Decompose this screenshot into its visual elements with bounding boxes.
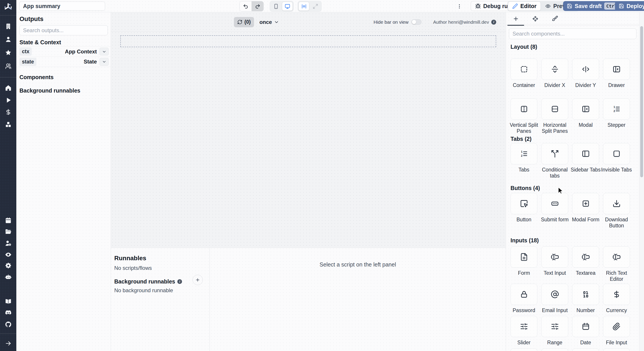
deploy-button[interactable]: Deploy xyxy=(615,1,644,11)
component-card-sidebar-tabs[interactable] xyxy=(572,143,599,164)
file-input-icon xyxy=(612,322,621,331)
ctx-expand-button[interactable] xyxy=(100,48,109,56)
component-card-divider-x[interactable] xyxy=(541,58,568,80)
components-tab-plus[interactable] xyxy=(506,12,526,25)
discord-icon xyxy=(5,309,12,316)
context-row-ctx[interactable]: ctx App Context xyxy=(16,46,111,56)
windmill-app-editor: Debug runs Editor Preview Save draft Ctr… xyxy=(0,0,644,351)
sidebar-item-user-cog[interactable] xyxy=(0,238,16,248)
app-canvas[interactable]: (0) once Hide bar on view Author henri@w… xyxy=(111,12,506,248)
sidebar-item-dollar[interactable] xyxy=(0,107,16,117)
component-card-slider[interactable] xyxy=(510,316,537,337)
component-card-currency[interactable] xyxy=(603,284,630,305)
sidebar-item-star[interactable] xyxy=(0,48,16,58)
bug-icon xyxy=(475,3,481,9)
search-components-input[interactable] xyxy=(509,28,636,39)
info-icon[interactable] xyxy=(177,279,182,284)
scrollbar-thumb[interactable] xyxy=(640,26,643,177)
components-tab-paintbrush[interactable] xyxy=(545,12,564,25)
modal-icon xyxy=(582,105,590,113)
component-card-clipped[interactable] xyxy=(541,348,568,351)
component-card-vertical-split-panes[interactable] xyxy=(510,98,537,120)
sidebar-item-play[interactable] xyxy=(0,95,16,105)
component-label: Range xyxy=(539,340,570,346)
empty-grid-placeholder[interactable] xyxy=(120,35,496,47)
sidebar-item-user[interactable] xyxy=(0,34,16,44)
sidebar-item-users[interactable] xyxy=(0,61,16,71)
components-panel-tabs xyxy=(506,12,639,25)
component-card-clipped[interactable] xyxy=(510,348,537,351)
undo-button[interactable] xyxy=(240,1,252,11)
sidebar-item-github[interactable] xyxy=(0,320,16,329)
more-menu-button[interactable] xyxy=(455,2,464,10)
component-card-range[interactable] xyxy=(541,316,568,337)
component-card-form[interactable] xyxy=(510,246,537,268)
sidebar-item-folder-open[interactable] xyxy=(0,227,16,236)
svg-text:1: 1 xyxy=(521,150,522,153)
component-card-email-input[interactable] xyxy=(541,284,568,305)
component-card-drawer[interactable] xyxy=(603,58,630,80)
chevron-down-icon xyxy=(274,20,279,24)
component-card-container[interactable] xyxy=(510,58,537,80)
cubes-icon xyxy=(5,121,12,128)
component-card-password[interactable] xyxy=(510,284,537,305)
sidebar-item-discord[interactable] xyxy=(0,308,16,318)
component-card-date[interactable] xyxy=(572,316,599,337)
info-icon[interactable] xyxy=(491,20,496,24)
component-label: Vertical Split Panes xyxy=(508,122,540,134)
component-card-file-input[interactable] xyxy=(603,316,630,337)
tab-editor[interactable]: Editor xyxy=(508,2,541,11)
mobile-view-button[interactable] xyxy=(270,2,281,11)
components-tab-component[interactable] xyxy=(526,12,545,25)
component-card-download-button[interactable] xyxy=(603,193,630,214)
component-card-divider-y[interactable] xyxy=(572,58,599,80)
sidebar-item-bot[interactable] xyxy=(0,272,16,282)
component-card-clipped[interactable] xyxy=(603,348,630,351)
state-expand-button[interactable] xyxy=(100,58,109,66)
component-card-stepper[interactable]: 12 xyxy=(603,98,630,120)
sidebar-item-calendar[interactable] xyxy=(0,216,16,225)
component-label: Currency xyxy=(601,308,632,314)
rail-divider xyxy=(0,334,16,334)
outputs-panel: Outputs State & Context ctx App Context … xyxy=(16,12,111,351)
redo-button[interactable] xyxy=(252,1,264,11)
component-card-modal[interactable] xyxy=(572,98,599,120)
desktop-view-button[interactable] xyxy=(282,2,293,11)
component-card-number[interactable] xyxy=(572,284,599,305)
context-row-state[interactable]: state State xyxy=(16,56,111,67)
component-card-horizontal-split-panes[interactable] xyxy=(541,98,568,120)
component-card-text-input[interactable] xyxy=(541,246,568,268)
component-card-clipped[interactable] xyxy=(572,348,599,351)
hide-bar-toggle[interactable] xyxy=(411,19,422,25)
search-outputs-input[interactable] xyxy=(20,25,108,35)
add-background-runnable-button[interactable] xyxy=(192,275,203,285)
app-summary-input[interactable] xyxy=(19,2,105,11)
component-card-modal-form[interactable] xyxy=(572,193,599,214)
refresh-schedule-select[interactable]: once xyxy=(260,19,279,25)
date-icon xyxy=(582,322,590,331)
refresh-button[interactable]: (0) xyxy=(234,17,254,27)
paintbrush-icon xyxy=(552,16,558,22)
sidebar-item-book-open[interactable] xyxy=(0,296,16,306)
component-card-conditional-tabs[interactable] xyxy=(541,143,568,164)
sidebar-item-cubes[interactable] xyxy=(0,120,16,130)
sidebar-item-home[interactable] xyxy=(0,83,16,93)
sidebar-item-gear[interactable] xyxy=(0,261,16,270)
component-card-tabs[interactable]: 12 xyxy=(510,143,537,164)
component-card-submit-form[interactable] xyxy=(541,193,568,214)
outputs-title: Outputs xyxy=(20,16,44,22)
component-card-invisible-tabs[interactable] xyxy=(603,143,630,164)
sidebar-item-eye[interactable] xyxy=(0,250,16,260)
component-card-rich-text-editor[interactable] xyxy=(603,246,630,268)
sidebar-item-arrow-right[interactable] xyxy=(0,338,16,348)
component-label: Download Button xyxy=(601,217,632,229)
undo-icon xyxy=(243,4,248,9)
center-content-button[interactable] xyxy=(298,2,309,11)
component-label: Stepper xyxy=(601,122,632,128)
component-card-textarea[interactable] xyxy=(572,246,599,268)
windmill-logo[interactable] xyxy=(4,3,12,12)
component-card-button[interactable] xyxy=(510,193,537,214)
sidebar-item-building[interactable] xyxy=(0,22,16,31)
fullscreen-button[interactable] xyxy=(310,2,321,11)
no-background-runnable-text: No background runnable xyxy=(114,287,173,294)
